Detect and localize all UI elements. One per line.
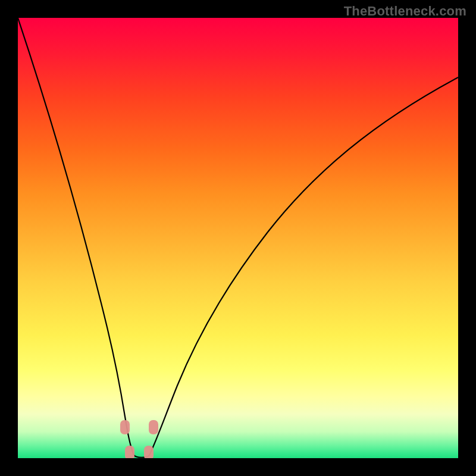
watermark-text: TheBottleneck.com (344, 4, 466, 19)
gradient-plot-area (18, 18, 458, 458)
